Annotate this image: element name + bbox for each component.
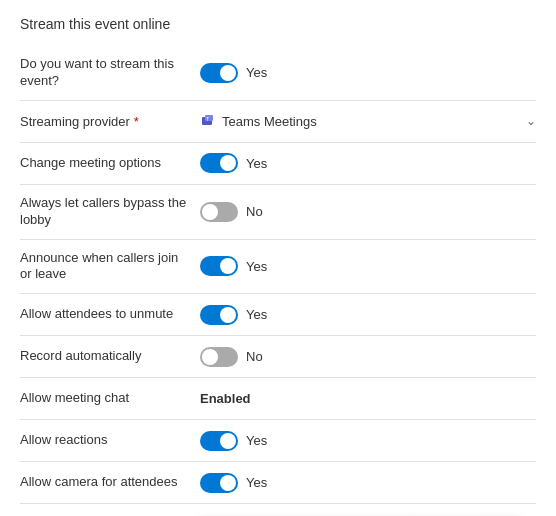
stream-event-toggle[interactable] (200, 63, 238, 83)
announce-callers-value: Yes (200, 256, 536, 276)
allow-reactions-toggle-label: Yes (246, 433, 267, 448)
streaming-provider-row: Streaming provider * T Teams Meetings ⌄ (20, 101, 536, 143)
bypass-lobby-label: Always let callers bypass the lobby (20, 195, 200, 229)
meeting-chat-status: Enabled (200, 391, 251, 406)
bypass-lobby-row: Always let callers bypass the lobby No (20, 185, 536, 240)
allow-camera-toggle[interactable] (200, 473, 238, 493)
change-meeting-options-value: Yes (200, 153, 536, 173)
allow-unmute-toggle[interactable] (200, 305, 238, 325)
change-meeting-options-toggle[interactable] (200, 153, 238, 173)
allow-reactions-label: Allow reactions (20, 432, 200, 449)
allow-camera-row: Allow camera for attendees Yes (20, 462, 536, 504)
allow-reactions-value: Yes (200, 431, 536, 451)
announce-callers-row: Announce when callers join or leave Yes (20, 240, 536, 295)
stream-event-row: Do you want to stream this event? Yes (20, 46, 536, 101)
stream-event-toggle-label: Yes (246, 65, 267, 80)
allow-camera-toggle-label: Yes (246, 475, 267, 490)
meeting-chat-row: Allow meeting chat Enabled (20, 378, 536, 420)
allow-unmute-value: Yes (200, 305, 536, 325)
teams-url-row: 🔒 Teams URL https://teams.microsoft.com/… (20, 504, 536, 516)
record-auto-label: Record automatically (20, 348, 200, 365)
stream-event-label: Do you want to stream this event? (20, 56, 200, 90)
announce-callers-toggle[interactable] (200, 256, 238, 276)
allow-reactions-row: Allow reactions Yes (20, 420, 536, 462)
record-auto-row: Record automatically No (20, 336, 536, 378)
provider-inner: T Teams Meetings (200, 113, 317, 129)
page-title: Stream this event online (20, 16, 536, 32)
bypass-lobby-value: No (200, 202, 536, 222)
meeting-chat-value: Enabled (200, 391, 536, 406)
bypass-lobby-toggle[interactable] (200, 202, 238, 222)
allow-unmute-row: Allow attendees to unmute Yes (20, 294, 536, 336)
bypass-lobby-toggle-label: No (246, 204, 263, 219)
streaming-provider-value: T Teams Meetings ⌄ (200, 113, 536, 129)
record-auto-toggle[interactable] (200, 347, 238, 367)
record-auto-value: No (200, 347, 536, 367)
change-meeting-options-row: Change meeting options Yes (20, 143, 536, 185)
teams-meetings-icon: T (200, 113, 216, 129)
allow-unmute-label: Allow attendees to unmute (20, 306, 200, 323)
announce-callers-toggle-label: Yes (246, 259, 267, 274)
allow-camera-label: Allow camera for attendees (20, 474, 200, 491)
meeting-chat-label: Allow meeting chat (20, 390, 200, 407)
announce-callers-label: Announce when callers join or leave (20, 250, 200, 284)
provider-name: Teams Meetings (222, 114, 317, 129)
svg-text:T: T (206, 116, 209, 122)
allow-camera-value: Yes (200, 473, 536, 493)
streaming-provider-label: Streaming provider * (20, 114, 200, 129)
stream-event-container: Stream this event online Do you want to … (0, 0, 556, 516)
stream-event-value: Yes (200, 63, 536, 83)
allow-reactions-toggle[interactable] (200, 431, 238, 451)
chevron-down-icon[interactable]: ⌄ (526, 114, 536, 128)
change-meeting-options-toggle-label: Yes (246, 156, 267, 171)
required-star: * (134, 114, 139, 129)
allow-unmute-toggle-label: Yes (246, 307, 267, 322)
record-auto-toggle-label: No (246, 349, 263, 364)
change-meeting-options-label: Change meeting options (20, 155, 200, 172)
